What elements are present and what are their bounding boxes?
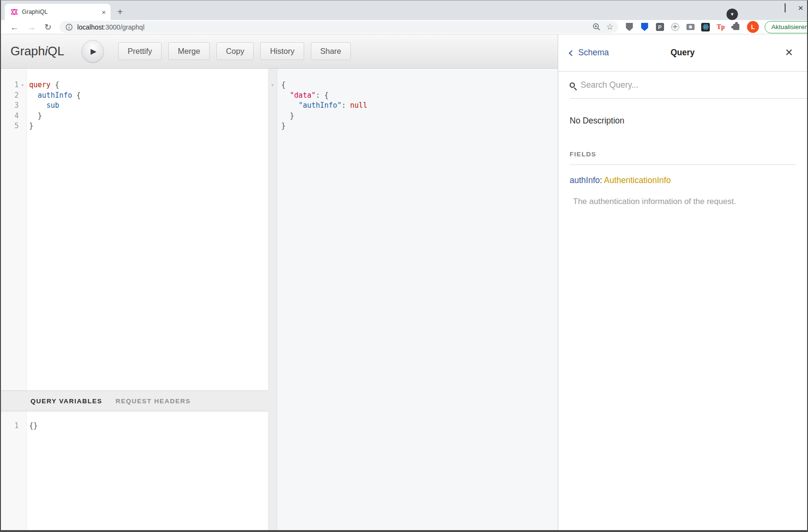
prettify-button[interactable]: Prettify [118,42,162,60]
extensions-puzzle-icon[interactable] [732,23,740,31]
field-item-authinfo: authInfo: AuthenticationInfo [570,175,796,185]
variables-editor[interactable]: 1 {} [1,411,268,530]
history-button[interactable]: History [260,42,304,60]
graphql-favicon-icon [10,8,18,16]
variables-editor-code[interactable]: {} [27,411,268,530]
graphiql-logo: GraphiQL [10,44,64,59]
tab-query-variables[interactable]: QUERY VARIABLES [31,398,102,405]
bitwarden-extension-icon[interactable] [640,23,649,31]
react-devtools-extension-icon[interactable] [701,23,710,31]
page-zoom-icon[interactable] [593,23,601,31]
tp-extension-icon[interactable]: Tp [716,23,725,31]
response-fold-gutter: ▾ [268,69,277,530]
fields-divider [570,164,796,165]
copy-button[interactable]: Copy [216,42,254,60]
graphiql-app: GraphiQL ▶ Prettify Merge Copy History S… [1,34,558,530]
type-name-link[interactable]: AuthenticationInfo [604,175,671,185]
browser-toolbar: ← → ↻ localhost:3000/graphql [1,20,807,34]
fields-section-label: FIELDS [570,151,796,158]
variables-editor-gutter: 1 [1,411,27,530]
tab-strip: GraphiQL × + ▼ × [1,0,807,20]
variables-tab-bar: QUERY VARIABLES REQUEST HEADERS [1,390,268,411]
forward-icon: → [27,23,36,31]
field-description: The authentication information of the re… [570,197,796,206]
bookmark-star-icon[interactable]: ☆ [606,23,614,31]
tab-title: GraphiQL [22,9,102,15]
address-bar[interactable]: localhost:3000/graphql ☆ [60,21,618,33]
ublock-extension-icon[interactable] [625,23,634,31]
share-button[interactable]: Share [311,42,351,60]
chrome-update-menu-button[interactable]: Aktualisieren ⋮ [765,21,808,33]
window-close-button[interactable]: × [798,3,803,12]
execute-query-button[interactable]: ▶ [82,40,104,62]
search-icon [570,82,575,88]
doc-search-row [570,72,807,99]
tab-request-headers[interactable]: REQUEST HEADERS [116,398,191,405]
screenshot-camera-extension-icon[interactable] [686,23,695,31]
tab-close-icon[interactable]: × [102,9,106,16]
type-description: No Description [570,116,796,126]
query-editor-code[interactable]: query { authInfo { sub }} [27,69,268,390]
doc-search-input[interactable] [581,80,807,90]
response-code: { "data": { "authInfo": null }} [277,69,558,530]
url-text[interactable]: localhost:3000/graphql [77,23,144,31]
window-controls: × [772,3,803,12]
query-pane: 1▾2345 query { authInfo { sub }} QUERY V… [1,69,268,530]
browser-window: GraphiQL × + ▼ × ← → ↻ localhost:3000/gr… [0,0,808,532]
page-info-icon[interactable] [65,23,73,31]
reload-icon[interactable]: ↻ [44,23,51,31]
chevron-left-icon [569,50,575,56]
extension-icons: P ✛ Tp L [625,21,759,33]
browser-update-indicator-icon[interactable]: ▼ [726,9,738,20]
response-viewer: ▾ { "data": { "authInfo": null }} [268,69,558,530]
new-tab-button[interactable]: + [117,7,123,17]
circle-cross-extension-icon[interactable]: ✛ [671,23,679,31]
maximize-button[interactable] [785,4,786,12]
merge-button[interactable]: Merge [168,42,210,60]
profile-avatar[interactable]: L [747,21,759,33]
doc-explorer-panel: Schema Query × No Description FIELDS aut… [558,34,807,530]
doc-back-link[interactable]: Schema [570,48,609,58]
doc-explorer-header: Schema Query × [558,34,807,72]
field-name-link[interactable]: authInfo [570,175,600,185]
browser-tab-graphiql[interactable]: GraphiQL × [5,4,111,20]
back-icon[interactable]: ← [10,23,19,31]
play-icon: ▶ [91,47,96,56]
doc-body: No Description FIELDS authInfo: Authenti… [558,99,807,530]
graphiql-toolbar: GraphiQL ▶ Prettify Merge Copy History S… [1,34,558,69]
query-editor-gutter: 1▾2345 [1,69,27,390]
doc-close-icon[interactable]: × [785,46,793,59]
query-editor[interactable]: 1▾2345 query { authInfo { sub }} [1,69,268,390]
p-extension-icon[interactable]: P [655,23,664,31]
